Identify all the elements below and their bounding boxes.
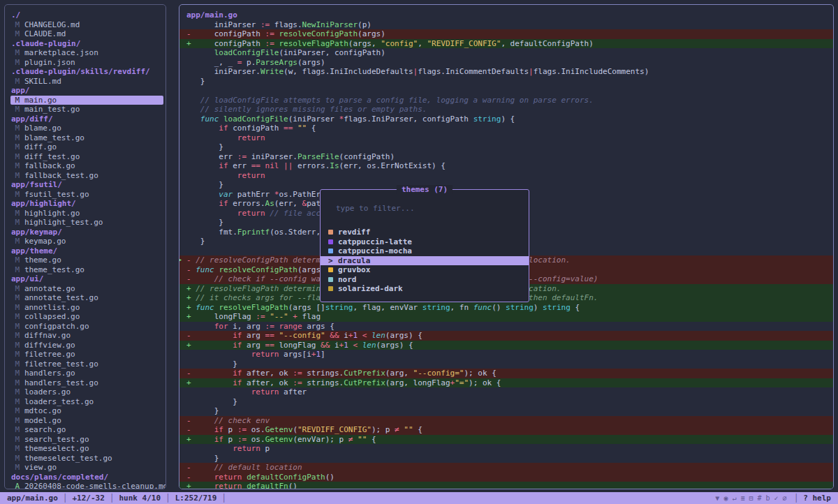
file-tree-item[interactable]: M model.go — [10, 416, 163, 426]
code-line — [179, 86, 833, 96]
file-tree-item[interactable]: M blame_test.go — [10, 133, 163, 143]
file-name: loaders.go — [24, 387, 71, 396]
file-name: diffview.go — [24, 341, 75, 350]
code-line: _, _ = p.ParseArgs(args) — [179, 58, 833, 68]
code-line: + if p := os.Getenv(envVar); p ≠ "" { — [179, 435, 833, 445]
code-line: // loadConfigFile attempts to parse a co… — [179, 96, 833, 105]
file-status-badge: M — [10, 161, 24, 170]
file-name: theme_test.go — [24, 265, 84, 274]
code-line: - return defaultConfigPath() — [179, 473, 833, 482]
file-tree-dir-label[interactable]: app/keymap/ — [10, 228, 163, 237]
file-status-badge: M — [10, 152, 24, 161]
theme-filter-input[interactable]: type to filter... — [336, 204, 415, 214]
code-line: + longFlag := "--" + flag — [179, 312, 833, 322]
file-tree-item[interactable]: M diff.go — [10, 142, 163, 152]
file-tree-item[interactable]: M fallback.go — [10, 161, 163, 171]
file-tree-item[interactable]: M fsutil_test.go — [10, 190, 163, 200]
file-tree-dir-label[interactable]: .claude-plugin/ — [10, 39, 163, 49]
file-tree-item[interactable]: M filetree_test.go — [10, 360, 163, 369]
file-tree-dir-label[interactable]: docs/plans/completed/ — [10, 473, 163, 482]
code-line: for i, arg := range args { — [179, 322, 833, 332]
file-tree-item[interactable]: A 20260408-code-smells-cleanup.md — [10, 482, 163, 489]
file-tree-item[interactable]: M configpatch.go — [10, 322, 163, 332]
file-tree-item[interactable]: M search.go — [10, 425, 163, 435]
file-tree-item[interactable]: M fallback_test.go — [10, 171, 163, 181]
theme-option[interactable]: revdiff — [321, 228, 529, 237]
file-tree-item[interactable]: M CLAUDE.md — [10, 29, 163, 39]
file-tree-item[interactable]: M marketplace.json — [10, 48, 163, 58]
file-tree-item[interactable]: M annotate.go — [10, 284, 163, 294]
statusbar-separator: │ — [216, 494, 231, 503]
file-tree-item[interactable]: M main.go — [10, 96, 163, 105]
file-tree-item[interactable]: M CHANGELOG.md — [10, 20, 163, 30]
file-tree-item[interactable]: M plugin.json — [10, 58, 163, 68]
file-name: main_test.go — [24, 105, 80, 114]
file-status-badge: M — [10, 48, 24, 57]
file-tree-item[interactable]: M keymap.go — [10, 237, 163, 246]
file-name: model.go — [24, 416, 61, 425]
theme-option[interactable]: gruvbox — [321, 265, 529, 275]
file-tree-item[interactable]: M blame.go — [10, 124, 163, 133]
code-line: + return defaultFn() — [179, 482, 833, 489]
file-status-badge: M — [10, 265, 24, 274]
file-tree-item[interactable]: M diff_test.go — [10, 152, 163, 162]
theme-option[interactable]: >dracula — [321, 256, 529, 266]
statusbar-change-counts: +12/-32 — [72, 494, 104, 503]
file-tree-item[interactable]: M theme_test.go — [10, 265, 163, 275]
file-tree-dir-label[interactable]: app/highlight/ — [10, 199, 163, 209]
file-tree-dir-label[interactable]: app/theme/ — [10, 246, 163, 256]
file-tree-item[interactable]: M view.go — [10, 463, 163, 473]
file-tree-item[interactable]: M themeselect_test.go — [10, 454, 163, 464]
file-tree-item[interactable]: M theme.go — [10, 255, 163, 265]
file-tree-item[interactable]: M mdtoc.go — [10, 406, 163, 416]
file-status-badge: M — [10, 444, 24, 453]
theme-picker-dialog[interactable]: themes (7) type to filter... revdiffcatp… — [320, 189, 529, 302]
file-status-badge: M — [10, 255, 24, 265]
statusbar-indicator-icon: # — [756, 494, 764, 502]
file-tree-item[interactable]: M loaders.go — [10, 387, 163, 397]
file-name: diff.go — [24, 142, 57, 151]
file-tree-item[interactable]: M handlers_test.go — [10, 378, 163, 388]
file-tree-dir-label[interactable]: ./ — [10, 10, 163, 20]
file-tree-item[interactable]: M search_test.go — [10, 435, 163, 445]
file-tree-dir-label[interactable]: .claude-plugin/skills/revdiff/ — [10, 67, 163, 77]
file-tree-item[interactable]: M highlight.go — [10, 209, 163, 218]
theme-option[interactable]: solarized-dark — [321, 284, 529, 294]
file-tree-item[interactable]: M collapsed.go — [10, 312, 163, 322]
diff-panel[interactable]: app/main.go iniParser := flags.NewIniPar… — [179, 4, 834, 489]
help-hint[interactable]: ? help — [803, 494, 831, 503]
file-tree-dir-label[interactable]: app/diff/ — [10, 114, 163, 124]
theme-option[interactable]: catppuccin-mocha — [321, 246, 529, 256]
file-status-badge: M — [10, 284, 24, 293]
file-status-badge: M — [10, 416, 24, 425]
code-line: } — [179, 454, 833, 464]
file-tree-dir-label[interactable]: app/ — [10, 86, 163, 96]
code-line: - if arg == "--config" && i+1 < len(args… — [179, 331, 833, 341]
file-tree-item[interactable]: M filetree.go — [10, 350, 163, 360]
file-tree-item[interactable]: M diffnav.go — [10, 331, 163, 341]
file-tree-item[interactable]: M diffview.go — [10, 341, 163, 350]
file-tree-item[interactable]: M main_test.go — [10, 105, 163, 114]
file-tree-dir-label[interactable]: app/ui/ — [10, 274, 163, 284]
theme-color-swatch — [328, 230, 333, 235]
file-name: CHANGELOG.md — [24, 20, 80, 29]
file-name: filetree_test.go — [24, 360, 98, 369]
file-name: filetree.go — [24, 350, 75, 359]
file-name: marketplace.json — [24, 48, 98, 57]
theme-option[interactable]: catppuccin-latte — [321, 237, 529, 247]
theme-name: dracula — [338, 256, 370, 266]
file-tree-item[interactable]: M highlight_test.go — [10, 218, 163, 228]
theme-option[interactable]: nord — [321, 275, 529, 285]
file-tree-item[interactable]: M handlers.go — [10, 369, 163, 378]
file-tree-item[interactable]: M annotlist.go — [10, 303, 163, 313]
file-status-badge: M — [10, 105, 24, 114]
file-tree-item[interactable]: M SKILL.md — [10, 77, 163, 87]
file-tree-item[interactable]: M themeselect.go — [10, 444, 163, 454]
file-tree-item[interactable]: M loaders_test.go — [10, 397, 163, 407]
code-line: } — [179, 397, 833, 407]
file-tree-dir-label[interactable]: app/fsutil/ — [10, 180, 163, 190]
file-name: themeselect_test.go — [24, 454, 112, 463]
theme-name: solarized-dark — [338, 284, 403, 294]
file-tree-panel[interactable]: ./ M CHANGELOG.md M CLAUDE.md.claude-plu… — [4, 4, 166, 489]
file-tree-item[interactable]: M annotate_test.go — [10, 293, 163, 303]
